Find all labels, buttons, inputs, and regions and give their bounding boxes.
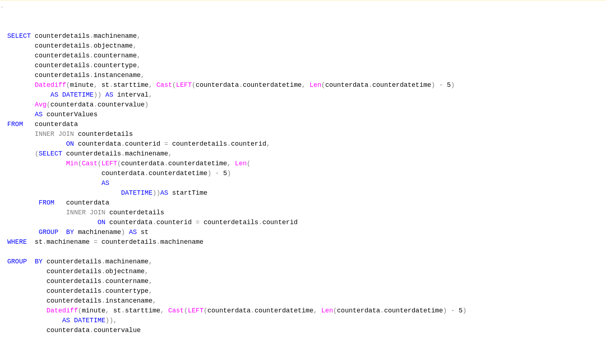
code-line[interactable]: GROUP BY counterdetails.machinename,: [1, 257, 606, 267]
code-token: [7, 111, 35, 118]
code-token: .: [90, 32, 94, 40]
code-line[interactable]: counterdetails.instancename,: [1, 70, 606, 80]
code-token: LEFT: [176, 81, 192, 89]
code-token: counterdata: [23, 121, 78, 128]
code-token: counterdatetime: [384, 307, 443, 314]
code-token: =: [94, 238, 98, 246]
code-token: ): [451, 81, 455, 89]
code-line[interactable]: Min(Cast(LEFT(counterdata.counterdatetim…: [1, 159, 606, 169]
code-token: starttime: [125, 307, 160, 314]
code-token: .: [94, 101, 98, 108]
code-token: AS: [35, 111, 43, 118]
code-token: ,: [133, 42, 137, 49]
code-line[interactable]: counterdetails.instancename,: [1, 296, 606, 306]
code-token: [54, 130, 58, 138]
code-line[interactable]: counterdetails.countername,: [1, 276, 606, 286]
code-token: [306, 81, 310, 89]
code-line[interactable]: Avg(counterdata.countervalue): [1, 100, 606, 110]
code-token: FROM: [7, 121, 23, 128]
code-area[interactable]: SELECT counterdetails.machinename, count…: [1, 31, 606, 335]
code-line[interactable]: AS counterValues: [1, 110, 606, 120]
code-token: =: [196, 219, 200, 226]
code-token: (: [35, 150, 39, 157]
code-token: ): [227, 170, 231, 177]
code-token: (: [333, 307, 337, 314]
code-token: ,: [149, 287, 153, 295]
code-token: Cast: [82, 160, 97, 167]
code-token: [27, 258, 35, 265]
code-token: AS: [105, 91, 113, 98]
code-line[interactable]: GROUP BY machinename) AS st: [1, 227, 606, 237]
code-token: BY: [35, 258, 43, 265]
code-token: counterid: [157, 219, 196, 226]
sql-editor[interactable]: - SELECT counterdetails.machinename, cou…: [0, 0, 606, 347]
code-token: ,: [314, 307, 318, 314]
code-token: ,: [149, 81, 153, 89]
code-token: .: [90, 327, 94, 334]
code-token: [7, 219, 97, 226]
code-token: (: [192, 81, 196, 89]
code-line[interactable]: INNER JOIN counterdetails: [1, 129, 606, 139]
code-token: .: [90, 42, 94, 49]
code-token: counterdetails: [7, 268, 101, 275]
code-token: WHERE: [7, 238, 27, 246]
code-token: [7, 228, 39, 236]
code-token: GROUP: [7, 258, 27, 265]
code-token: [447, 307, 451, 314]
code-token: [7, 130, 35, 138]
code-token: starttime: [113, 81, 149, 89]
code-line[interactable]: AS DATETIME)),: [1, 316, 606, 325]
code-token: .: [380, 307, 384, 314]
code-line[interactable]: ON counterdata.counterid = counterdetail…: [1, 218, 606, 227]
code-line[interactable]: counterdetails.countertype,: [1, 61, 606, 70]
code-token: [7, 81, 35, 89]
code-token: JOIN: [58, 130, 74, 138]
code-line[interactable]: FROM counterdata: [1, 120, 606, 129]
code-line[interactable]: DATETIME))AS startTime: [1, 188, 606, 198]
code-token: counterdetails: [7, 297, 101, 304]
code-token: .: [101, 278, 105, 285]
code-token: counterdetails: [62, 150, 121, 157]
code-token: ,: [266, 140, 270, 147]
code-line[interactable]: counterdetails.objectname,: [1, 41, 606, 51]
code-line[interactable]: counterdetails.countername,: [1, 51, 606, 61]
code-line[interactable]: FROM counterdata: [1, 198, 606, 208]
code-line[interactable]: SELECT counterdetails.machinename,: [1, 31, 606, 41]
code-token: .: [227, 140, 231, 147]
code-token: counterdetails: [7, 278, 101, 285]
code-line[interactable]: Datediff(minute, st.starttime, Cast(LEFT…: [1, 80, 606, 90]
code-token: -: [451, 307, 455, 314]
fold-toggle-icon[interactable]: -: [1, 3, 5, 7]
code-token: startTime: [168, 189, 207, 197]
code-token: .: [121, 150, 125, 157]
code-token: .: [121, 140, 125, 147]
code-token: machinename: [47, 238, 94, 246]
code-line[interactable]: INNER JOIN counterdetails: [1, 208, 606, 218]
code-token: counterdata: [105, 219, 153, 226]
code-token: (: [247, 160, 251, 167]
code-line[interactable]: counterdata.counterdatetime) - 5): [1, 169, 606, 178]
code-line[interactable]: AS DATETIME)) AS interval,: [1, 90, 606, 100]
code-line[interactable]: AS: [1, 178, 606, 188]
code-line[interactable]: counterdetails.countertype,: [1, 286, 606, 296]
code-token: DATETIME: [121, 189, 152, 197]
code-token: counterdata: [325, 81, 368, 89]
code-token: counterid: [125, 140, 164, 147]
code-line[interactable]: ON counterdata.counterid = counterdetail…: [1, 139, 606, 149]
code-token: [7, 248, 11, 255]
code-token: counterdetails: [43, 258, 101, 265]
code-token: .: [90, 52, 94, 59]
code-token: countertype: [94, 62, 137, 69]
code-line[interactable]: counterdetails.objectname,: [1, 267, 606, 276]
code-token: ,: [149, 258, 153, 265]
code-line[interactable]: Datediff(minute, st.starttime, Cast(LEFT…: [1, 306, 606, 316]
code-token: =: [164, 140, 168, 147]
code-token: Len: [321, 307, 333, 314]
code-line[interactable]: WHERE st.machinename = counterdetails.ma…: [1, 237, 606, 247]
code-token: st: [109, 307, 121, 314]
code-line[interactable]: (SELECT counterdetails.machinename,: [1, 149, 606, 159]
code-line[interactable]: counterdata.countervalue: [1, 325, 606, 335]
code-line[interactable]: [1, 247, 606, 257]
code-token: [7, 189, 121, 197]
code-token: .: [153, 219, 157, 226]
